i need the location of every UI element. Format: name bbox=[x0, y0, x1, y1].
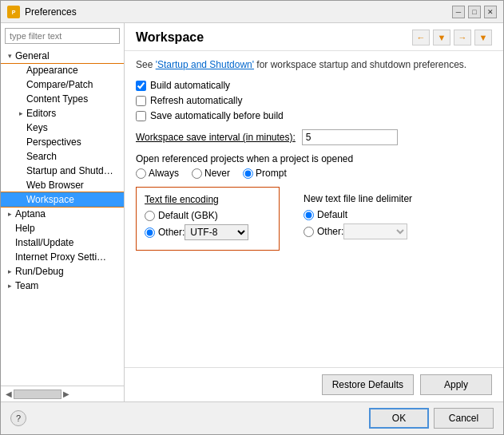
sidebar-item-label: Aptana bbox=[15, 208, 46, 219]
main-header: Workspace ← ▼ → ▼ bbox=[125, 23, 503, 51]
sidebar-item-label: Compare/Patch bbox=[26, 79, 93, 90]
sidebar-item-compare-patch[interactable]: Compare/Patch bbox=[1, 77, 124, 92]
sidebar-item-startup[interactable]: Startup and Shutd… bbox=[1, 164, 124, 178]
refresh-auto-label[interactable]: Refresh automatically bbox=[150, 95, 242, 106]
close-button[interactable]: ✕ bbox=[484, 6, 497, 18]
sidebar-item-content-types[interactable]: Content Types bbox=[1, 92, 124, 106]
never-option[interactable]: Never bbox=[192, 168, 230, 179]
expand-arrow-aptana bbox=[4, 210, 15, 218]
forward-dropdown-button[interactable]: ▼ bbox=[474, 30, 492, 45]
window-controls: ─ □ ✕ bbox=[452, 6, 497, 18]
other-delim-label[interactable]: Other: bbox=[317, 226, 343, 237]
preferences-window: P Preferences ─ □ ✕ General Appe bbox=[0, 0, 504, 435]
info-suffix: for workspace startup and shutdown prefe… bbox=[254, 59, 466, 70]
default-gbk-label[interactable]: Default (GBK) bbox=[158, 210, 218, 221]
sidebar-item-install[interactable]: Install/Update bbox=[1, 235, 124, 250]
refresh-auto-row: Refresh automatically bbox=[136, 95, 492, 106]
other-delim-row: Other: bbox=[304, 223, 431, 239]
svg-text:P: P bbox=[12, 10, 16, 15]
sidebar-item-workspace[interactable]: Workspace bbox=[1, 192, 124, 207]
info-prefix: See bbox=[136, 59, 156, 70]
save-auto-row: Save automatically before build bbox=[136, 110, 492, 121]
sidebar-item-perspectives[interactable]: Perspectives bbox=[1, 135, 124, 149]
sidebar-item-appearance[interactable]: Appearance bbox=[1, 63, 124, 77]
prompt-option[interactable]: Prompt bbox=[243, 168, 287, 179]
sidebar-item-label: Help bbox=[15, 223, 35, 234]
window-footer: ? OK Cancel bbox=[1, 401, 503, 434]
sidebar-item-run-debug[interactable]: Run/Debug bbox=[1, 264, 124, 279]
interval-input[interactable] bbox=[302, 129, 398, 145]
sidebar-item-general[interactable]: General bbox=[1, 49, 124, 63]
dropdown-button[interactable]: ▼ bbox=[433, 30, 450, 45]
startup-shutdown-link[interactable]: 'Startup and Shutdown' bbox=[156, 59, 254, 70]
sidebar-item-proxy[interactable]: Internet Proxy Setti… bbox=[1, 250, 124, 264]
back-button[interactable]: ← bbox=[412, 30, 430, 45]
default-gbk-radio[interactable] bbox=[145, 211, 155, 221]
sidebar-item-web-browser[interactable]: Web Browser bbox=[1, 178, 124, 192]
maximize-button[interactable]: □ bbox=[468, 6, 481, 18]
delimiter-select[interactable] bbox=[343, 223, 407, 239]
sidebar-item-keys[interactable]: Keys bbox=[1, 121, 124, 135]
never-radio[interactable] bbox=[192, 168, 202, 179]
other-utf8-row: Other: UTF-8 bbox=[145, 224, 271, 240]
sidebar-scroll-handle[interactable] bbox=[14, 390, 62, 399]
sidebar-item-label: Appearance bbox=[26, 65, 78, 76]
encoding-select[interactable]: UTF-8 bbox=[185, 224, 248, 240]
expand-arrow-team bbox=[4, 282, 15, 290]
interval-label: Workspace save interval (in minutes): bbox=[136, 132, 296, 143]
sidebar-item-help[interactable]: Help bbox=[1, 221, 124, 235]
sidebar-item-label: Web Browser bbox=[26, 180, 84, 191]
always-radio[interactable] bbox=[136, 168, 146, 179]
build-auto-label[interactable]: Build automatically bbox=[150, 80, 230, 91]
build-auto-checkbox[interactable] bbox=[136, 81, 146, 91]
apply-button[interactable]: Apply bbox=[420, 374, 492, 395]
sidebar-item-search[interactable]: Search bbox=[1, 149, 124, 164]
help-button[interactable]: ? bbox=[10, 410, 26, 426]
prompt-label: Prompt bbox=[256, 168, 287, 179]
forward-button[interactable]: → bbox=[454, 30, 471, 45]
default-delim-row: Default bbox=[304, 209, 431, 220]
refresh-auto-checkbox[interactable] bbox=[136, 96, 146, 106]
sidebar-item-label: Install/Update bbox=[15, 237, 73, 248]
interval-row: Workspace save interval (in minutes): bbox=[136, 129, 492, 145]
save-auto-label[interactable]: Save automatically before build bbox=[150, 110, 284, 121]
delimiter-title: New text file line delimiter bbox=[304, 193, 431, 204]
sidebar-item-label: Keys bbox=[26, 122, 48, 133]
build-auto-row: Build automatically bbox=[136, 80, 492, 91]
filter-input[interactable] bbox=[5, 28, 120, 44]
sidebar-item-team[interactable]: Team bbox=[1, 279, 124, 293]
sidebar-item-label: Perspectives bbox=[26, 136, 81, 148]
title-bar: P Preferences ─ □ ✕ bbox=[1, 1, 503, 23]
default-delim-label[interactable]: Default bbox=[317, 209, 347, 220]
other-utf8-label[interactable]: Other: bbox=[158, 227, 185, 238]
restore-defaults-button[interactable]: Restore Defaults bbox=[322, 374, 414, 395]
default-gbk-row: Default (GBK) bbox=[145, 210, 271, 221]
main-panel: Workspace ← ▼ → ▼ See 'Startup and Shutd… bbox=[125, 23, 503, 401]
main-content: See 'Startup and Shutdown' for workspace… bbox=[125, 51, 503, 367]
sidebar-item-label: Internet Proxy Setti… bbox=[15, 251, 106, 263]
expand-arrow-editors bbox=[15, 109, 26, 117]
always-option[interactable]: Always bbox=[136, 168, 179, 179]
sidebar-item-label: Run/Debug bbox=[15, 266, 64, 277]
cancel-button[interactable]: Cancel bbox=[434, 408, 494, 429]
main-footer: Restore Defaults Apply bbox=[125, 367, 503, 401]
default-delim-radio[interactable] bbox=[304, 210, 314, 220]
save-auto-checkbox[interactable] bbox=[136, 111, 146, 121]
other-delim-radio[interactable] bbox=[304, 227, 314, 237]
content-area: General Appearance Compare/Patch Content… bbox=[1, 23, 503, 401]
encoding-section: Text file encoding Default (GBK) Other: … bbox=[136, 187, 492, 251]
prompt-radio[interactable] bbox=[243, 168, 253, 179]
open-projects-section: Open referenced projects when a project … bbox=[136, 153, 492, 179]
other-utf8-radio[interactable] bbox=[145, 227, 155, 238]
ok-button[interactable]: OK bbox=[369, 408, 429, 429]
nav-icons: ← ▼ → ▼ bbox=[412, 30, 492, 45]
sidebar-right-arrow[interactable]: ▶ bbox=[62, 390, 71, 398]
sidebar-item-aptana[interactable]: Aptana bbox=[1, 207, 124, 221]
sidebar-left-arrow[interactable]: ◀ bbox=[4, 390, 14, 398]
sidebar-item-label: Startup and Shutd… bbox=[26, 165, 113, 176]
never-label: Never bbox=[204, 168, 230, 179]
minimize-button[interactable]: ─ bbox=[452, 6, 465, 18]
expand-arrow-run bbox=[4, 267, 15, 275]
sidebar-item-editors[interactable]: Editors bbox=[1, 106, 124, 121]
expand-arrow-general bbox=[4, 52, 15, 60]
